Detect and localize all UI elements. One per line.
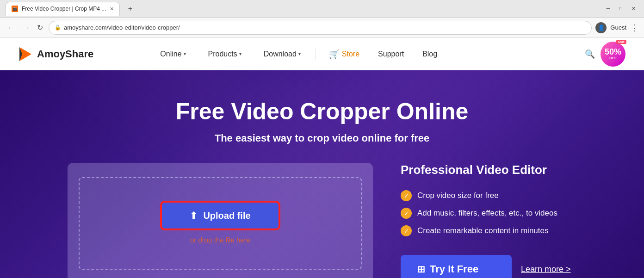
search-icon[interactable]: 🔍 [585, 49, 595, 59]
nav-support-label: Support [378, 50, 404, 58]
nav-products[interactable]: Products ▾ [197, 38, 253, 70]
minimize-button[interactable]: ─ [604, 5, 613, 12]
drop-prefix: or drop the [190, 236, 226, 244]
site-header: AmoyShare Online ▾ Products ▾ Download ▾ [0, 38, 644, 70]
nav-store-label: Store [342, 50, 359, 58]
title-bar: 🎬 Free Video Cropper | Crop MP4 ... ✕ + … [0, 0, 644, 18]
check-icon: ✓ [401, 190, 412, 201]
browser-menu-icon[interactable]: ⋮ [630, 23, 638, 33]
maximize-button[interactable]: □ [616, 5, 625, 12]
window-controls: ─ □ ✕ [604, 5, 638, 12]
refresh-button[interactable]: ↻ [35, 21, 45, 34]
cta-row: ⊞ Try It Free Learn more > [401, 255, 576, 278]
chevron-down-icon: ▾ [184, 51, 186, 56]
tab-close-btn[interactable]: ✕ [110, 6, 114, 12]
forward-button[interactable]: → [20, 22, 31, 34]
hero-subtitle: The easiest way to crop video online for… [215, 132, 430, 144]
feature-item: ✓ Create remarkable content in minutes [401, 225, 576, 236]
profile-icon[interactable]: 👤 [595, 22, 607, 33]
logo-text: AmoyShare [37, 48, 93, 60]
close-button[interactable]: ✕ [629, 5, 638, 12]
drop-suffix: here [235, 236, 250, 244]
learn-more-link[interactable]: Learn more > [521, 265, 571, 274]
nav-support[interactable]: Support [369, 50, 413, 58]
browser-tab[interactable]: 🎬 Free Video Cropper | Crop MP4 ... ✕ [6, 2, 120, 16]
nav-blog[interactable]: Blog [413, 50, 446, 58]
feature-list: ✓ Crop video size for free ✓ Add music, … [401, 190, 576, 236]
chevron-down-icon: ▾ [239, 51, 242, 56]
nav-store[interactable]: 🛒 Store [320, 49, 369, 59]
nav-products-label: Products [208, 50, 237, 58]
chevron-down-icon: ▾ [298, 51, 301, 56]
check-icon: ✓ [401, 208, 412, 219]
nav-download-label: Download [264, 50, 297, 58]
right-panel: Professional Video Editor ✓ Crop video s… [401, 163, 576, 278]
feature-item: ✓ Crop video size for free [401, 190, 576, 201]
hero-title: Free Video Cropper Online [176, 98, 469, 125]
pro-title: Professional Video Editor [401, 163, 576, 177]
sale-percent: 50% [605, 48, 621, 56]
browser-right-controls: 👤 Guest ⋮ [595, 22, 638, 33]
try-free-label: Try It Free [430, 263, 478, 275]
hero-section: Free Video Cropper Online The easiest wa… [0, 70, 644, 278]
logo-icon [19, 47, 33, 62]
sale-tag: Sale [616, 40, 626, 44]
main-nav: Online ▾ Products ▾ Download ▾ 🛒 Store [149, 38, 446, 70]
try-free-button[interactable]: ⊞ Try It Free [401, 255, 512, 278]
hero-content: ⬆ Upload file or drop the file here Prof… [68, 163, 576, 278]
profile-avatar: 👤 [598, 25, 605, 31]
tab-title: Free Video Cropper | Crop MP4 ... [22, 6, 106, 12]
feature-item: ✓ Add music, filters, effects, etc., to … [401, 208, 576, 219]
upload-panel: ⬆ Upload file or drop the file here [68, 163, 373, 278]
nav-blog-label: Blog [422, 50, 437, 58]
profile-label: Guest [610, 24, 626, 31]
nav-online[interactable]: Online ▾ [149, 38, 197, 70]
sale-badge[interactable]: Sale 50% OFF [601, 42, 625, 67]
upload-dropzone[interactable]: ⬆ Upload file or drop the file here [79, 177, 362, 270]
new-tab-button[interactable]: + [124, 2, 136, 15]
logo[interactable]: AmoyShare [19, 47, 93, 62]
nav-online-label: Online [160, 50, 181, 58]
feature-text: Crop video size for free [417, 191, 499, 200]
lock-icon: 🔒 [55, 25, 61, 31]
browser-frame: 🎬 Free Video Cropper | Crop MP4 ... ✕ + … [0, 0, 644, 278]
upload-button-label: Upload file [203, 210, 250, 221]
feature-text: Add music, filters, effects, etc., to vi… [417, 209, 557, 218]
upload-icon: ⬆ [190, 210, 198, 221]
url-bar[interactable]: 🔒 amoyshare.com/video-editor/video-cropp… [49, 21, 592, 35]
nav-divider [316, 49, 316, 60]
url-text: amoyshare.com/video-editor/video-cropper… [64, 24, 586, 31]
header-right: 🔍 Sale 50% OFF [585, 42, 625, 67]
upload-file-button[interactable]: ⬆ Upload file [162, 203, 278, 229]
windows-icon: ⊞ [417, 264, 425, 275]
drop-file-link[interactable]: file [226, 236, 235, 244]
drop-hint-text: or drop the file here [190, 236, 250, 244]
nav-download[interactable]: Download ▾ [253, 38, 312, 70]
website: AmoyShare Online ▾ Products ▾ Download ▾ [0, 38, 644, 278]
feature-text: Create remarkable content in minutes [417, 226, 548, 235]
sale-off: OFF [609, 56, 617, 60]
check-icon: ✓ [401, 225, 412, 236]
back-button[interactable]: ← [6, 22, 17, 34]
address-bar: ← → ↻ 🔒 amoyshare.com/video-editor/video… [0, 18, 644, 38]
cart-icon: 🛒 [329, 49, 339, 59]
tab-favicon: 🎬 [12, 6, 18, 12]
